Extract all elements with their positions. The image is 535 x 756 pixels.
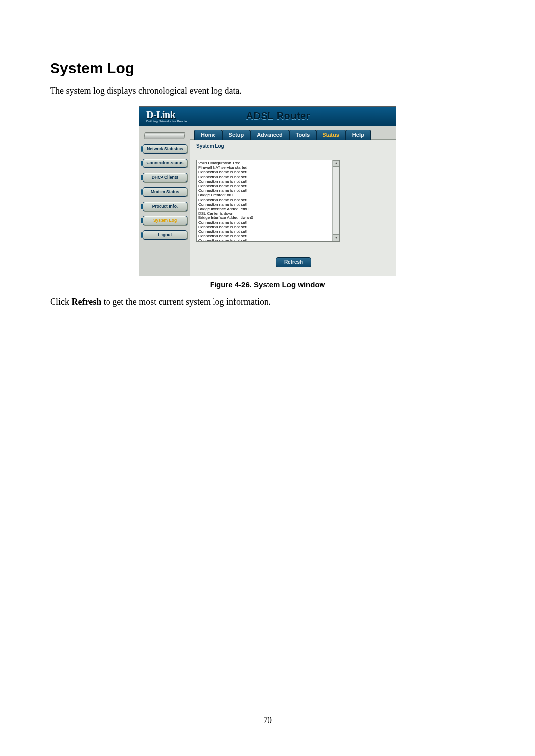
router-header-title: ADSL Router [187,110,369,122]
sidebar-item-connection-status[interactable]: Connection Status [143,159,187,168]
router-window: D-Link Building Networks for People ADSL… [139,106,396,276]
brand-tagline: Building Networks for People [146,120,187,123]
system-log-panel: System Log Valid Configuration Tree Fire… [190,140,396,271]
log-line: Connection name is not set! [198,220,331,225]
brand-logo-text: D-Link [146,110,187,120]
refresh-wrap: Refresh [196,256,391,267]
log-line: Connection name is not set! [198,184,331,188]
log-line: Bridge Interface Added: eth0 [198,207,331,211]
log-line: Connection name is not set! [198,175,331,179]
log-line: Connection name is not set! [198,170,331,174]
sidebar-item-product-info[interactable]: Product Info. [143,202,187,211]
panel-title: System Log [196,143,391,149]
intro-text: The system log displays chronological ev… [50,86,485,96]
outro-suffix: to get the most current system log infor… [101,297,270,307]
log-line: Valid Configuration Tree [198,161,331,165]
sidebar-item-system-log[interactable]: System Log [143,216,187,225]
tab-help[interactable]: Help [346,130,371,140]
system-log-textarea[interactable]: Valid Configuration Tree Firewall NAT se… [196,160,340,242]
page-frame: System Log The system log displays chron… [20,15,515,741]
router-header: D-Link Building Networks for People ADSL… [139,107,396,126]
tab-tools[interactable]: Tools [289,130,317,140]
log-line: Firewall NAT service started [198,165,331,170]
tab-status[interactable]: Status [316,130,346,140]
sidebar-item-modem-status[interactable]: Modem Status [143,187,187,197]
outro-prefix: Click [50,297,72,307]
tab-setup[interactable]: Setup [222,130,251,140]
content-area: Home Setup Advanced Tools Status Help Sy… [190,126,396,276]
log-line: Connection name is not set! [198,179,331,184]
log-line: Connection name is not set! [198,238,331,242]
sidebar: Network Statistics Connection Status DHC… [139,126,190,276]
tab-bar: Home Setup Advanced Tools Status Help [190,126,396,140]
log-line: Connection name is not set! [198,225,331,229]
figure-caption: Figure 4-26. System Log window [50,280,485,289]
scroll-down-icon[interactable]: ▾ [333,234,340,241]
router-body: Network Statistics Connection Status DHC… [139,126,396,276]
log-line: Connection name is not set! [198,229,331,234]
log-line: Connection name is not set! [198,234,331,238]
sidebar-item-logout[interactable]: Logout [143,230,187,240]
sidebar-item-dhcp-clients[interactable]: DHCP Clients [143,173,187,182]
scroll-up-icon[interactable]: ▴ [333,160,340,167]
tab-home[interactable]: Home [194,130,222,140]
modem-illustration [142,130,187,139]
log-line: Bridge Created: br0 [198,193,331,197]
outro-bold: Refresh [72,297,102,307]
sidebar-item-network-statistics[interactable]: Network Statistics [143,144,187,154]
log-line: Connection name is not set! [198,188,331,193]
page-title: System Log [50,60,485,77]
tab-advanced[interactable]: Advanced [250,130,289,140]
brand-logo: D-Link Building Networks for People [146,110,187,123]
log-line: DSL Carrier is down [198,211,331,216]
page-number: 70 [20,715,515,726]
log-line: Bridge Interface Added: tiwlan0 [198,216,331,220]
log-line: Connection name is not set! [198,198,331,202]
log-line: Connection name is not set! [198,202,331,207]
scrollbar-track[interactable]: ▴ ▾ [332,160,339,241]
outro-text: Click Refresh to get the most current sy… [50,297,485,307]
refresh-button[interactable]: Refresh [276,257,311,267]
